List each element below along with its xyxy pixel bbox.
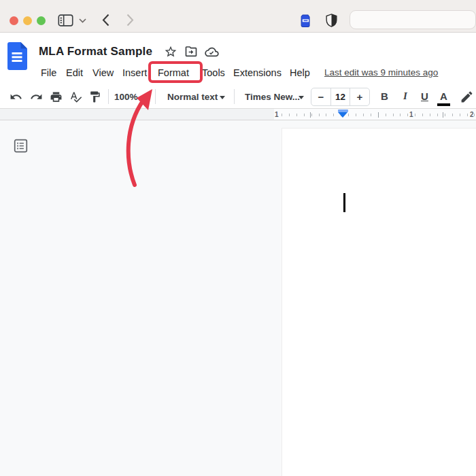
menu-insert[interactable]: Insert [122,66,147,80]
browser-title-bar [0,0,476,33]
document-page[interactable] [282,128,476,476]
menu-view[interactable]: View [92,66,114,80]
menu-tools[interactable]: Tools [202,66,225,80]
ruler-label: 1 [275,111,279,118]
text-color-swatch [437,103,450,106]
menu-file[interactable]: File [41,66,56,80]
toolbar-separator [108,89,109,104]
decrease-font-size-button[interactable]: − [311,91,330,103]
font-size-input[interactable]: 12 [330,88,350,105]
ruler-major-tick [378,112,379,118]
google-docs-logo-icon[interactable] [7,42,27,70]
toolbar-separator [234,89,235,104]
bold-button[interactable]: B [381,90,388,102]
undo-icon[interactable] [10,90,22,103]
paint-format-icon[interactable] [88,90,101,103]
document-title[interactable]: MLA Format Sample [39,45,152,58]
left-indent-marker[interactable] [338,112,347,118]
zoom-window-button[interactable] [37,16,46,25]
menu-extensions[interactable]: Extensions [233,66,282,80]
close-window-button[interactable] [10,16,18,25]
paragraph-style-select[interactable]: Normal text [167,92,218,102]
font-size-control: − 12 + [311,88,370,106]
ruler: 1 1 2 [0,108,476,120]
address-bar[interactable] [350,10,476,29]
extension-icon[interactable] [300,14,311,28]
toolbar-separator [155,89,156,104]
ruler-label: 1 [409,111,413,118]
star-icon[interactable] [164,45,177,58]
text-cursor [343,193,345,212]
chevron-down-icon[interactable] [220,96,225,99]
sidebar-toggle-icon[interactable] [58,14,73,27]
spellcheck-icon[interactable] [69,90,82,103]
docs-header: MLA Format Sample File Edit View Insert … [0,33,476,85]
highlighter-pen-icon[interactable] [460,90,474,104]
ruler-major-tick [310,112,311,118]
sidebar-chevron-down-icon[interactable] [79,18,86,23]
move-folder-icon[interactable] [184,46,198,58]
font-family-select[interactable]: Times New... [245,92,300,102]
docs-toolbar: 100% Normal text Times New... − 12 + B I… [0,85,476,108]
redo-icon[interactable] [30,90,43,103]
menu-help[interactable]: Help [290,66,310,80]
italic-button[interactable]: I [403,90,407,102]
underline-button[interactable]: U [421,90,428,102]
menu-edit[interactable]: Edit [66,66,83,80]
ruler-margin-shade [0,109,274,120]
editor-area [0,120,476,476]
back-button[interactable] [102,14,109,27]
document-outline-icon[interactable] [14,139,28,153]
text-color-button[interactable]: A [440,90,447,102]
increase-font-size-button[interactable]: + [350,91,369,103]
print-icon[interactable] [50,90,63,103]
cloud-saved-icon[interactable] [205,46,219,58]
menu-format[interactable]: Format [158,66,189,80]
privacy-shield-icon[interactable] [325,13,338,28]
last-edit-status[interactable]: Last edit was 9 minutes ago [324,67,438,78]
ruler-major-tick [443,112,443,118]
chevron-down-icon[interactable] [299,96,304,99]
ruler-label: 2 [470,111,474,118]
forward-button[interactable] [126,14,134,27]
minimize-window-button[interactable] [23,16,32,25]
zoom-select[interactable]: 100% [114,92,138,102]
